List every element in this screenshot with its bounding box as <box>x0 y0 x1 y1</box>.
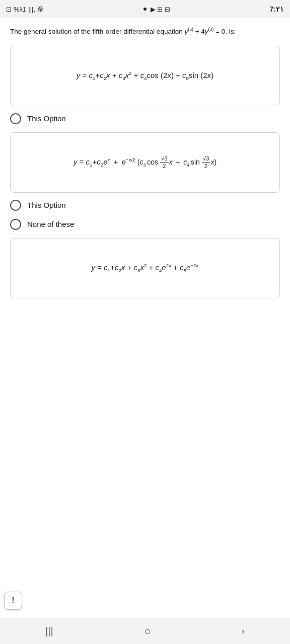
radio-option-none[interactable]: None of these <box>10 219 280 230</box>
home-icon: ○ <box>144 625 151 638</box>
radio-circle-1[interactable] <box>10 113 21 124</box>
main-content: The general solution of the fifth-order … <box>0 18 290 618</box>
wifi-icon: 奈 <box>37 5 44 14</box>
forward-button[interactable]: › <box>232 622 255 640</box>
chat-icon: ! <box>12 596 14 605</box>
signal-bars-icon: |||, <box>28 6 35 13</box>
status-right: 7:٢١ <box>270 5 284 13</box>
radio-circle-none[interactable] <box>10 219 21 230</box>
time-display: 7:٢١ <box>270 5 284 13</box>
signal-text: %λ1 <box>14 6 26 13</box>
radio-option-1[interactable]: This Option <box>10 113 280 124</box>
forward-icon: › <box>242 626 245 636</box>
option-card-1: y = c1+c2x + c3x2 + c4cos (2x) + c5sin (… <box>10 46 280 106</box>
media-icons: ▶ ⊞ ⊟ <box>151 6 170 13</box>
option-card-2: y = c1+c2ex + e−x/2 (c3 cos √32x + c4 si… <box>10 132 280 193</box>
chat-fab-button[interactable]: ! <box>4 592 22 610</box>
radio-label-1: This Option <box>27 114 66 123</box>
question-text: The general solution of the fifth-order … <box>10 26 280 37</box>
formula-1: y = c1+c2x + c3x2 + c4cos (2x) + c5sin (… <box>77 68 213 83</box>
radio-label-2: This Option <box>27 201 66 209</box>
status-left-icons: ⊡ %λ1 |||, 奈 <box>6 5 44 14</box>
radio-label-none: None of these <box>27 220 74 228</box>
home-button[interactable]: ○ <box>134 621 161 642</box>
option-card-4: y = c1+c2x + c3x2 + c4e2x + c5e−2x <box>10 238 280 298</box>
back-icon: ||| <box>45 625 53 637</box>
notification-dot <box>143 8 147 11</box>
nav-bar: ||| ○ › <box>0 618 290 644</box>
radio-option-2[interactable]: This Option <box>10 200 280 211</box>
battery-icon: ⊡ <box>6 6 12 13</box>
formula-4: y = c1+c2x + c3x2 + c4e2x + c5e−2x <box>92 261 199 275</box>
formula-2: y = c1+c2ex + e−x/2 (c3 cos √32x + c4 si… <box>74 155 216 170</box>
radio-circle-2[interactable] <box>10 200 21 211</box>
status-bar: ⊡ %λ1 |||, 奈 ▶ ⊞ ⊟ 7:٢١ <box>0 0 290 18</box>
back-button[interactable]: ||| <box>35 621 63 641</box>
